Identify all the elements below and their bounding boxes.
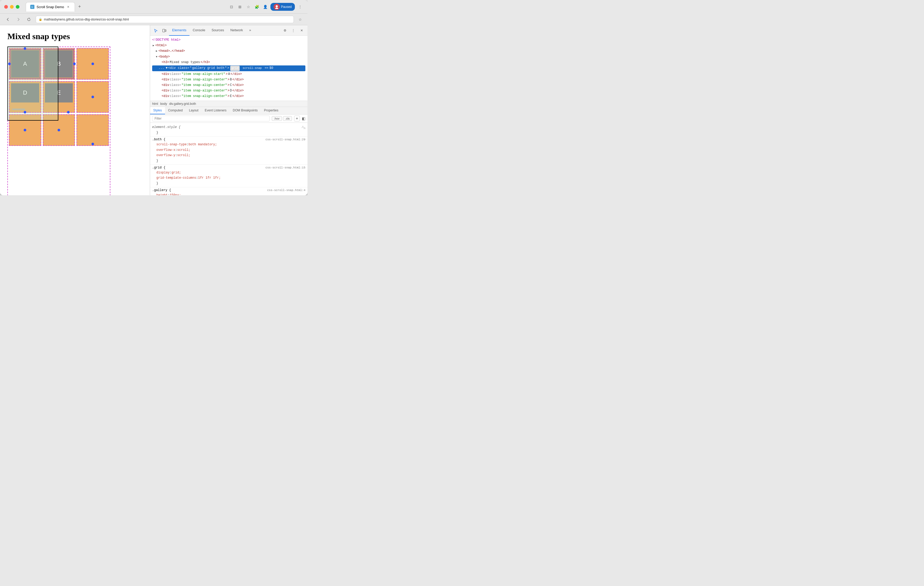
dom-div-selected[interactable]: ... ▼ <div class="gallery grid both"> gr… bbox=[152, 66, 305, 71]
item-c bbox=[76, 48, 109, 79]
tab-styles[interactable]: Styles bbox=[150, 107, 165, 114]
item-e: E bbox=[43, 81, 75, 113]
url-input[interactable]: 🔒 mathiasbynens.github.io/css-dbg-storie… bbox=[36, 16, 294, 23]
styles-panel: Styles Computed Layout Event Listeners D… bbox=[150, 107, 307, 195]
dom-doctype: <!DOCTYPE html> bbox=[152, 37, 305, 43]
snap-point-f-center bbox=[91, 96, 94, 98]
dom-head[interactable]: ▶ <head>…</head> bbox=[152, 48, 305, 54]
tab-elements[interactable]: Elements bbox=[169, 25, 190, 36]
tab-computed[interactable]: Computed bbox=[165, 107, 186, 114]
aa-icon: AA bbox=[302, 125, 305, 130]
svg-point-3 bbox=[275, 8, 278, 9]
filter-input[interactable] bbox=[152, 116, 270, 121]
dom-item-e[interactable]: <div class="item snap-align-center">E</d… bbox=[152, 94, 305, 99]
gallery-selector: .gallery { bbox=[152, 188, 171, 192]
snap-point-c-center bbox=[91, 63, 94, 65]
dom-item-d[interactable]: <div class="item snap-align-center">D</d… bbox=[152, 88, 305, 94]
tab-sources[interactable]: Sources bbox=[208, 25, 227, 36]
forward-button[interactable] bbox=[15, 16, 22, 23]
reload-button[interactable] bbox=[25, 16, 33, 23]
dom-item-b[interactable]: <div class="item snap-align-center">B</d… bbox=[152, 77, 305, 83]
tab-console[interactable]: Console bbox=[190, 25, 208, 36]
dom-body[interactable]: ▼ <body> bbox=[152, 54, 305, 59]
minimize-button[interactable] bbox=[10, 5, 14, 9]
item-i bbox=[76, 114, 109, 146]
bookmark-star-icon[interactable]: ☆ bbox=[297, 16, 303, 23]
paused-badge[interactable]: Paused bbox=[271, 3, 295, 11]
both-source[interactable]: css-scroll-snap.html:29 bbox=[266, 138, 305, 141]
url-text: mathiasbynens.github.io/css-dbg-stories/… bbox=[44, 18, 129, 21]
grid-badge[interactable]: grid bbox=[230, 66, 240, 71]
snap-point-e-bottom bbox=[67, 111, 69, 114]
both-prop-overflow-y: overflow-y : scroll; bbox=[152, 153, 305, 158]
scroll-snap-badge[interactable]: scroll-snap bbox=[241, 66, 263, 71]
dom-item-c[interactable]: <div class="item snap-align-center">C</d… bbox=[152, 83, 305, 88]
snap-point-h-center bbox=[58, 129, 60, 131]
traffic-lights bbox=[4, 5, 20, 9]
browser-window: S Scroll Snap Demo ✕ + ⊡ ⊞ ☆ 🧩 👤 Paused … bbox=[0, 0, 307, 195]
tab-title: Scroll Snap Demo bbox=[36, 5, 64, 9]
bookmark-icon[interactable]: ☆ bbox=[245, 4, 251, 10]
page-title: Mixed snap types bbox=[7, 31, 142, 41]
settings-icon[interactable]: ⚙ bbox=[281, 27, 289, 34]
grid-selector: .grid { bbox=[152, 166, 165, 170]
extension-icon[interactable]: 🧩 bbox=[254, 4, 260, 10]
css-rule-gallery: .gallery { css-scroll-snap.html:4 height… bbox=[150, 187, 307, 195]
tab-dom-breakpoints[interactable]: DOM Breakpoints bbox=[230, 107, 261, 114]
both-prop-scroll-snap-type: scroll-snap-type : both mandatory; bbox=[152, 142, 305, 147]
element-picker-button[interactable] bbox=[152, 27, 160, 34]
hov-button[interactable]: :hov bbox=[272, 116, 282, 121]
tab-network[interactable]: Network bbox=[227, 25, 246, 36]
breadcrumb-div[interactable]: div.gallery.grid.both bbox=[169, 102, 196, 106]
more-options-icon[interactable]: ⋮ bbox=[290, 27, 297, 34]
item-d-content: D bbox=[11, 83, 39, 102]
dom-html[interactable]: ▶ <html> bbox=[152, 43, 305, 48]
close-devtools-button[interactable]: ✕ bbox=[298, 27, 305, 34]
tab-close-button[interactable]: ✕ bbox=[66, 5, 71, 9]
grid-row-2: D E bbox=[9, 81, 109, 113]
tab-more[interactable]: » bbox=[246, 25, 254, 36]
item-b-content: B bbox=[45, 50, 73, 78]
svg-point-2 bbox=[276, 5, 278, 7]
toggle-sidebar-icon[interactable]: ◧ bbox=[302, 116, 305, 121]
item-b: B bbox=[43, 48, 75, 79]
active-tab[interactable]: S Scroll Snap Demo ✕ bbox=[26, 2, 75, 12]
back-button[interactable] bbox=[4, 16, 12, 23]
new-tab-button[interactable]: + bbox=[76, 3, 83, 10]
cls-button[interactable]: .cls bbox=[283, 116, 292, 121]
filter-pseudo-buttons: :hov .cls bbox=[272, 116, 292, 121]
add-style-button[interactable]: + bbox=[294, 116, 300, 121]
profile-icon[interactable]: 👤 bbox=[262, 4, 268, 10]
tab-event-listeners[interactable]: Event Listeners bbox=[201, 107, 230, 114]
breadcrumb-body[interactable]: body bbox=[160, 102, 167, 106]
close-button[interactable] bbox=[4, 5, 8, 9]
dom-item-a[interactable]: <div class="item snap-align-start">A</di… bbox=[152, 71, 305, 77]
gallery-source[interactable]: css-scroll-snap.html:4 bbox=[267, 189, 305, 192]
css-rule-element-style: element.style { AA } bbox=[150, 124, 307, 137]
tab-layout[interactable]: Layout bbox=[186, 107, 201, 114]
device-toolbar-button[interactable] bbox=[160, 27, 168, 34]
dom-h3[interactable]: <h3>Mixed snap types</h3> bbox=[152, 59, 305, 65]
svg-rect-4 bbox=[163, 29, 165, 32]
item-g bbox=[9, 114, 41, 146]
grid-prop-template-cols: grid-template-columns : 1fr 1fr 1fr; bbox=[152, 175, 305, 180]
cast-icon[interactable]: ⊡ bbox=[228, 4, 235, 10]
grid-source[interactable]: css-scroll-snap.html:15 bbox=[266, 166, 305, 169]
paused-label: Paused bbox=[281, 5, 292, 9]
both-prop-overflow-x: overflow-x : scroll; bbox=[152, 147, 305, 153]
devtools-more-actions: ⚙ ⋮ ✕ bbox=[281, 27, 305, 34]
item-a-content: A bbox=[11, 50, 39, 78]
apps-icon[interactable]: ⊞ bbox=[237, 4, 243, 10]
title-bar: S Scroll Snap Demo ✕ + ⊡ ⊞ ☆ 🧩 👤 Paused … bbox=[0, 0, 307, 14]
breadcrumb-html[interactable]: html bbox=[152, 102, 158, 106]
css-rules: element.style { AA } .both { css-scroll-… bbox=[150, 123, 307, 195]
both-closing: } bbox=[152, 158, 305, 163]
grid-row-1: A B bbox=[9, 48, 109, 79]
css-rule-both: .both { css-scroll-snap.html:29 scroll-s… bbox=[150, 137, 307, 165]
snap-point-g-center bbox=[24, 129, 26, 131]
menu-icon[interactable]: ⋮ bbox=[297, 4, 303, 10]
devtools-tabs: Elements Console Sources Network » bbox=[169, 25, 280, 36]
tab-properties[interactable]: Properties bbox=[261, 107, 282, 114]
toolbar-icons: ☆ bbox=[297, 16, 303, 23]
maximize-button[interactable] bbox=[16, 5, 20, 9]
